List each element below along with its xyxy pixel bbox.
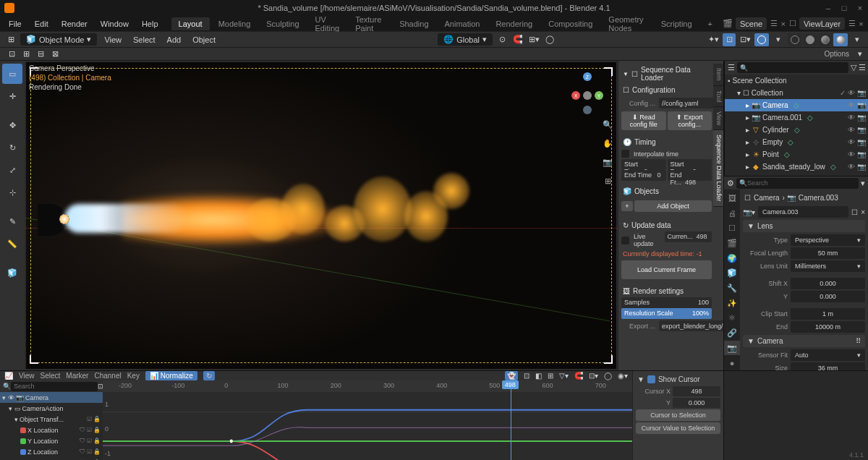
tab-uvediting[interactable]: UV Editing <box>308 13 347 35</box>
select-tool[interactable]: ▭ <box>2 64 22 84</box>
ptab-world[interactable]: 🌍 <box>724 251 740 266</box>
overlay-opts-icon[interactable]: ⊡▾ <box>739 33 752 46</box>
graph-menu-channel[interactable]: Channel <box>94 372 121 380</box>
editor-type-icon[interactable]: ⊞ <box>4 33 17 46</box>
focal-length-field[interactable]: 50 mm <box>791 247 865 259</box>
transform-tool[interactable]: ⊹ <box>2 182 22 203</box>
channel-filter-icon[interactable]: ⊡ <box>98 383 103 390</box>
interpolate-checkbox[interactable] <box>621 150 629 158</box>
clip-start-field[interactable]: 1 m <box>791 308 865 320</box>
datablock-icon[interactable]: 📷▾ <box>743 208 755 216</box>
menu-edit[interactable]: Edit <box>29 18 54 30</box>
graph-i2-icon[interactable]: ◧ <box>535 372 542 380</box>
annotate-tool[interactable]: ✎ <box>2 211 22 231</box>
outliner-editor-icon[interactable]: ☰ <box>728 63 735 72</box>
zoom-icon[interactable]: 🔍 <box>600 117 615 132</box>
lens-section[interactable]: ▼ Lens <box>743 220 865 232</box>
config-header[interactable]: ☐ Configuration <box>621 84 712 96</box>
render-icon[interactable]: 📷 <box>857 114 866 122</box>
menu-view3d[interactable]: View <box>100 34 126 46</box>
tab-shading[interactable]: Shading <box>392 17 435 30</box>
outliner-search[interactable]: 🔍 <box>737 62 848 73</box>
resolution-scale-field[interactable]: Resolution Scale100% <box>621 308 712 319</box>
rendered-icon[interactable] <box>833 33 848 46</box>
show-cursor-checkbox[interactable] <box>647 375 655 383</box>
datablock-name[interactable]: Camera.003 <box>758 206 848 218</box>
nav-gizmo[interactable]: Z Y X <box>570 75 605 110</box>
cursor-to-sel-button[interactable]: Cursor to Selection <box>636 409 720 421</box>
render-icon[interactable]: 📷 <box>857 163 866 171</box>
timing-header[interactable]: 🕐 Timing <box>621 136 712 148</box>
ptab-particles[interactable]: ✨ <box>724 296 740 311</box>
channel-x-euler-rotation[interactable]: X Euler Rotation🛡☑🔒 <box>0 457 103 460</box>
read-config-button[interactable]: ⬇ Read config file <box>621 111 666 130</box>
channel-x-location[interactable]: X Location🛡☑🔒 <box>0 425 103 435</box>
channel-camera[interactable]: ▾ 👁 📷 Camera <box>0 392 103 403</box>
eye-icon[interactable]: 👁 <box>848 163 855 171</box>
ts-icon-1[interactable]: ⊡ <box>6 49 17 59</box>
menu-select3d[interactable]: Select <box>129 34 160 46</box>
npanel-tab-view[interactable]: View <box>713 107 723 130</box>
col-render-icon[interactable]: 📷 <box>857 89 866 97</box>
graph-snap-icon[interactable]: 🧲 <box>574 372 583 380</box>
add-object-plus[interactable]: + <box>621 201 633 211</box>
cursor-val-to-sel-button[interactable]: Cursor Value to Selection <box>636 422 720 434</box>
scale-tool[interactable]: ⤢ <box>2 160 22 180</box>
col-eye-icon[interactable]: 👁 <box>848 89 855 97</box>
snap-type-icon[interactable]: ⊞▾ <box>527 33 540 46</box>
clip-end-field[interactable]: 10000 m <box>791 321 865 333</box>
eye-icon[interactable]: 👁 <box>848 114 855 122</box>
eye-icon[interactable]: 👁 <box>848 138 855 146</box>
samples-field[interactable]: Samples100 <box>621 297 712 308</box>
graph-i1-icon[interactable]: ⊡ <box>524 372 529 380</box>
solid-icon[interactable] <box>803 33 817 46</box>
channel-search[interactable] <box>11 382 98 391</box>
viewlayer-del-icon[interactable]: × <box>857 17 865 30</box>
npanel-tab-tool[interactable]: Tool <box>713 86 723 108</box>
graph-menu-marker[interactable]: Marker <box>66 372 88 380</box>
menu-file[interactable]: File <box>3 18 27 30</box>
ptab-constraint[interactable]: 🔗 <box>724 325 740 341</box>
npanel-tab-sdl[interactable]: Sequence Data Loader <box>713 130 723 207</box>
view-panel-header[interactable]: ▼ Show Cursor <box>636 374 720 385</box>
menu-render[interactable]: Render <box>56 18 93 30</box>
tab-rendering[interactable]: Rendering <box>488 17 540 30</box>
sensor-fit-select[interactable]: Auto▾ <box>791 349 865 361</box>
menu-add3d[interactable]: Add <box>163 34 186 46</box>
ptab-render[interactable]: 🖼 <box>724 191 740 206</box>
tab-sculpting[interactable]: Sculpting <box>259 17 306 30</box>
scene-new-icon[interactable]: ☰ <box>770 17 778 30</box>
menu-object3d[interactable]: Object <box>188 34 220 46</box>
tab-animation[interactable]: Animation <box>438 17 488 30</box>
tab-add[interactable]: + <box>701 17 720 30</box>
shading-opts-icon[interactable]: ▾ <box>851 33 864 46</box>
export-path-input[interactable] <box>659 320 723 331</box>
render-icon[interactable]: 📷 <box>857 138 866 146</box>
gizmo-y[interactable]: Y <box>595 91 603 100</box>
snap-icon[interactable]: 🧲 <box>511 33 524 46</box>
3d-viewport[interactable]: Camera Perspective (498) Collection | Ca… <box>25 61 618 370</box>
wireframe-icon[interactable] <box>788 33 802 46</box>
ptab-object[interactable]: 🧊 <box>724 265 740 281</box>
addcube-tool[interactable]: 🧊 <box>2 263 22 283</box>
datablock-fake[interactable]: × <box>861 208 865 216</box>
gizmo-icon[interactable]: ✦▾ <box>707 33 720 46</box>
gizmo-x[interactable]: X <box>571 91 580 100</box>
props-editor-icon[interactable]: ⚙ <box>727 179 734 188</box>
cursor-tool[interactable]: ✛ <box>2 86 22 106</box>
tree-item-empty[interactable]: ▸ ⊹ Empty ◇👁📷 <box>725 136 868 148</box>
tree-collection[interactable]: ▾ ☐ Collection✓👁📷 <box>725 87 868 99</box>
scene-field[interactable]: Scene <box>736 17 767 30</box>
tab-layout[interactable]: Layout <box>171 17 210 30</box>
pan-icon[interactable]: ✋ <box>600 136 615 150</box>
cursor-y-field[interactable]: 0.000 <box>673 398 720 408</box>
ptab-data[interactable]: 📷 <box>724 341 740 356</box>
tab-geonodes[interactable]: Geometry Nodes <box>601 13 652 35</box>
cursor-x-field[interactable]: 498 <box>673 386 720 396</box>
menu-help[interactable]: Help <box>136 18 164 30</box>
ptab-output[interactable]: 🖨 <box>724 206 740 221</box>
current-frame-field[interactable]: Curren... 498 <box>665 231 712 242</box>
camera-view-icon[interactable]: 📷 <box>600 155 615 169</box>
graph-prop-icon[interactable]: ◯ <box>604 372 612 380</box>
col-check-icon[interactable]: ✓ <box>840 89 846 97</box>
